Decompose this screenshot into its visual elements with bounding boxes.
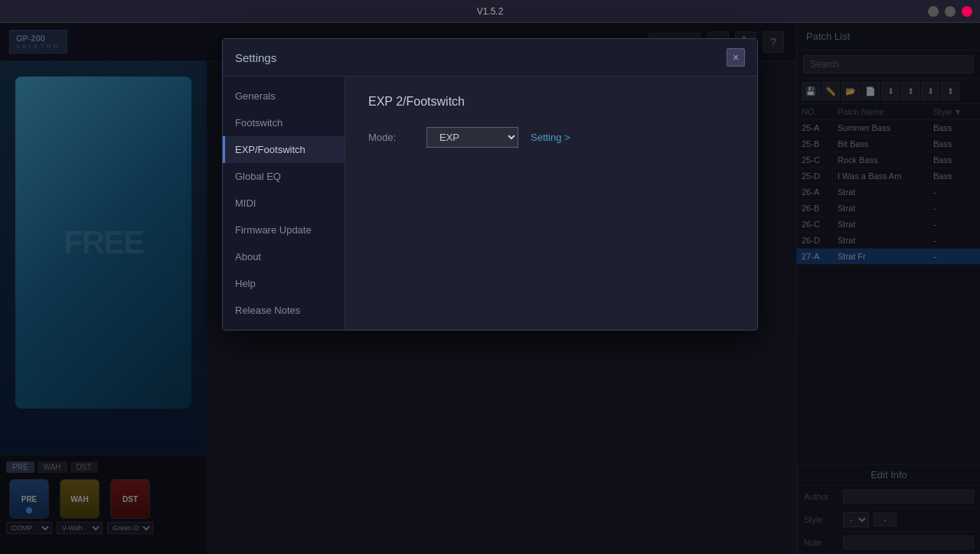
nav-item-about[interactable]: About <box>223 243 345 270</box>
close-button[interactable]: × <box>962 6 972 17</box>
nav-item-global-eq[interactable]: Global EQ <box>223 163 345 190</box>
nav-item-footswitch[interactable]: Footswitch <box>223 109 345 136</box>
nav-item-help[interactable]: Help <box>223 270 345 297</box>
minimize-button[interactable]: ─ <box>928 6 939 17</box>
modal-close-button[interactable]: × <box>727 48 745 67</box>
mode-field-row: Mode: EXP Footswitch Setting > <box>368 127 734 148</box>
modal-overlay: Settings × GeneralsFootswitchEXP/Footswi… <box>0 23 980 554</box>
modal-header: Settings × <box>223 39 757 77</box>
nav-item-firmware[interactable]: Firmware Update <box>223 217 345 243</box>
modal-body: GeneralsFootswitchEXP/FootswitchGlobal E… <box>223 77 757 330</box>
settings-modal: Settings × GeneralsFootswitchEXP/Footswi… <box>222 38 758 331</box>
mode-select[interactable]: EXP Footswitch <box>426 127 518 148</box>
title-bar: V1.5.2 ─ □ × <box>0 0 980 23</box>
nav-item-release-notes[interactable]: Release Notes <box>223 297 345 324</box>
modal-content: EXP 2/Footswitch Mode: EXP Footswitch Se… <box>345 77 757 330</box>
window-controls: ─ □ × <box>928 6 972 17</box>
app-version: V1.5.2 <box>477 6 504 17</box>
mode-label: Mode: <box>368 132 414 143</box>
setting-link[interactable]: Setting > <box>531 132 570 143</box>
nav-item-exp-footswitch[interactable]: EXP/Footswitch <box>223 136 345 163</box>
modal-title: Settings <box>235 51 276 64</box>
maximize-button[interactable]: □ <box>945 6 956 17</box>
nav-item-generals[interactable]: Generals <box>223 83 345 109</box>
section-title: EXP 2/Footswitch <box>368 95 734 109</box>
nav-item-midi[interactable]: MIDI <box>223 190 345 217</box>
modal-sidebar: GeneralsFootswitchEXP/FootswitchGlobal E… <box>223 77 345 330</box>
